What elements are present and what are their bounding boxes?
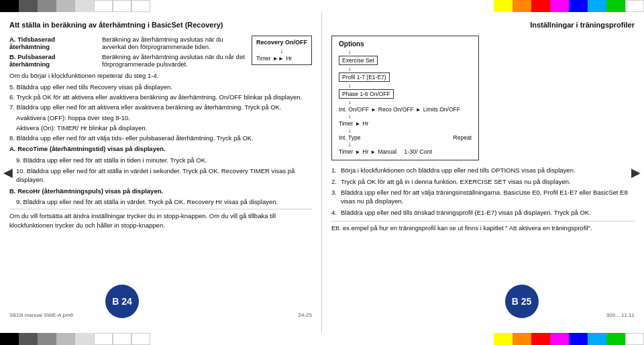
sub-a-label: A. RecoTime (återhämtningstid) visas på … — [9, 144, 312, 153]
swatch-darkgray — [19, 0, 38, 12]
hr-label: Hr — [286, 55, 292, 62]
right-page-title: Inställningar i träningsprofiler — [331, 20, 635, 30]
step-9b: 9. Bläddra upp eller ned för att ställa … — [16, 197, 312, 206]
section-a-content: Beräkning av återhämtning avslutas när d… — [102, 36, 246, 50]
cont-label: 1-30/ Cont — [404, 148, 432, 155]
limits-on-off: Limits On/OFF — [423, 106, 460, 113]
arrow-down-4: ↓ — [348, 99, 472, 105]
step-7-detail2: Aktivera (On): TIMER/ Hr blinkar på disp… — [16, 124, 312, 132]
swatch-green — [606, 0, 625, 12]
arrow-down-6: ↓ — [348, 128, 472, 134]
bottom-swatch-white2 — [113, 333, 131, 345]
arrow-down-2: ↓ — [348, 66, 472, 72]
sub-sections-ab: A. RecoTime (återhämtningstid) visas på … — [9, 144, 312, 206]
bottom-swatch-red — [531, 333, 550, 345]
right-footer: 300... 11:11 — [606, 311, 635, 318]
timer-hr-row2: Timer ► Hr — [339, 120, 472, 127]
arrow-down-1: ↓ — [348, 49, 472, 55]
bottom-right-swatches — [494, 333, 644, 345]
swatch-white1 — [94, 0, 113, 12]
step-10a: 10. Bläddra upp eller ned för att ställa… — [16, 166, 312, 185]
right-step-3: Bläddra upp eller ned för att välja trän… — [331, 188, 635, 206]
right-step-1: Börja i klockfunktionen och bläddra upp … — [331, 166, 635, 175]
int-type-repeat-row: Int. Type Repeat — [339, 134, 472, 141]
left-page-title: Att ställa in beräkning av återhämtning … — [9, 20, 312, 30]
footer-text-right: 300... 11:11 — [606, 312, 635, 318]
profil-row: Profil 1-7 (E1-E7) — [339, 72, 472, 82]
section-a: A. Tidsbaserad återhämtning Beräkning av… — [9, 36, 246, 50]
recovery-diagram: Recovery On/OFF ↓ Timer ►► Hr — [252, 36, 312, 65]
timer-label2: Timer — [339, 120, 353, 127]
footer-note: Om du vill fortsätta att ändra inställni… — [9, 209, 312, 230]
repeat-label: Repeat — [453, 134, 472, 141]
bottom-swatch-cyan — [588, 333, 606, 345]
arrow-r2: ► — [416, 107, 421, 113]
timer2-label: Timer — [339, 148, 353, 155]
swatch-white-right — [625, 0, 644, 12]
options-diagram: Options ↓ Exercise Set ↓ Profil 1-7 (E1-… — [331, 36, 479, 160]
exercise-set-box: Exercise Set — [339, 56, 378, 65]
swatch-lightgray — [56, 0, 75, 12]
manual-label: Manual — [378, 148, 396, 155]
right-step-4: Bläddra upp eller ned tills önskad träni… — [331, 208, 635, 217]
swatch-red — [531, 0, 550, 12]
profil-box: Profil 1-7 (E1-E7) — [339, 72, 390, 82]
timer-label: Timer — [256, 55, 270, 62]
timer-hr-row: Timer ►► Hr — [256, 55, 307, 62]
section-b-content: Beräkning av återhämtning avslutas när d… — [102, 53, 246, 68]
section-b-label: B. Pulsbaserad återhämtning — [9, 53, 97, 68]
bottom-swatch-magenta — [550, 333, 569, 345]
left-page-badge: B 24 — [105, 285, 139, 318]
next-page-arrow[interactable]: ▶ — [629, 162, 643, 183]
phase-row: Phase 1-6 On/OFF — [339, 89, 472, 99]
arrow-right-icon: ►► — [272, 55, 284, 62]
right-instructions-list: Börja i klockfunktionen och bläddra upp … — [331, 166, 635, 216]
steps-list: 5. Bläddra upp eller ned tills Recovery … — [9, 83, 312, 143]
arrow-down-7: ↓ — [348, 142, 472, 148]
right-color-swatches — [494, 0, 644, 12]
step-8: 8. Bläddra upp eller ned för att välja t… — [9, 134, 312, 142]
color-bar-top — [0, 0, 644, 12]
options-title: Options — [339, 40, 472, 48]
int-on-off: Int. On/OFF — [339, 106, 369, 113]
swatch-magenta — [550, 0, 569, 12]
left-color-swatches — [0, 0, 161, 12]
bottom-swatch-black — [0, 333, 19, 345]
section-b: B. Pulsbaserad återhämtning Beräkning av… — [9, 53, 246, 68]
right-page-badge: B 25 — [505, 285, 539, 318]
swatch-orange — [513, 0, 531, 12]
arrow-r3: ► — [355, 121, 360, 127]
swatch-yellow — [494, 0, 513, 12]
swatch-lighter — [75, 0, 94, 12]
sub-b-label: B. RecoHr (återhämtningspuls) visas på d… — [9, 187, 312, 195]
bottom-swatch-lighter — [75, 333, 94, 345]
timer2-hr2-manual-cont-row: Timer ► Hr ► Manual 1-30/ Cont — [339, 148, 472, 155]
left-footer: S810i manual SWE-A.pm6 24-25 — [9, 312, 312, 318]
reco-on-off: Reco On/OFF — [378, 106, 414, 113]
arrow-down-3: ↓ — [348, 83, 472, 89]
bottom-swatch-orange — [513, 333, 531, 345]
left-page: Att ställa in beräkning av återhämtning … — [0, 12, 322, 333]
bottom-swatch-lightgray — [56, 333, 75, 345]
right-step-2: Tryck på OK för att gå in i denna funkti… — [331, 177, 635, 186]
footer-text-left: S810i manual SWE-A.pm6 — [9, 312, 73, 318]
bottom-swatch-darkgray — [19, 333, 38, 345]
hr2-label: Hr — [362, 148, 368, 155]
swatch-white2 — [113, 0, 131, 12]
bottom-swatch-yellow — [494, 333, 513, 345]
arrow-r4: ► — [355, 149, 360, 155]
arrow-r1: ► — [371, 107, 376, 113]
section-a-label: A. Tidsbaserad återhämtning — [9, 36, 97, 50]
right-page: Inställningar i träningsprofiler Options… — [322, 12, 644, 333]
recovery-on-off-label: Recovery On/OFF — [256, 39, 307, 46]
bottom-swatch-green — [606, 333, 625, 345]
bottom-swatch-white1 — [94, 333, 113, 345]
swatch-black — [0, 0, 19, 12]
bottom-left-swatches — [0, 333, 161, 345]
bottom-swatch-gray — [38, 333, 56, 345]
step-6: 6. Tryck på OK för att aktivera eller av… — [9, 93, 312, 101]
phase-box: Phase 1-6 On/OFF — [339, 89, 394, 99]
right-badge-container: B 25 — [505, 285, 539, 318]
bottom-swatch-blue — [569, 333, 588, 345]
main-content: ◀ Att ställa in beräkning av återhämtnin… — [0, 12, 644, 333]
